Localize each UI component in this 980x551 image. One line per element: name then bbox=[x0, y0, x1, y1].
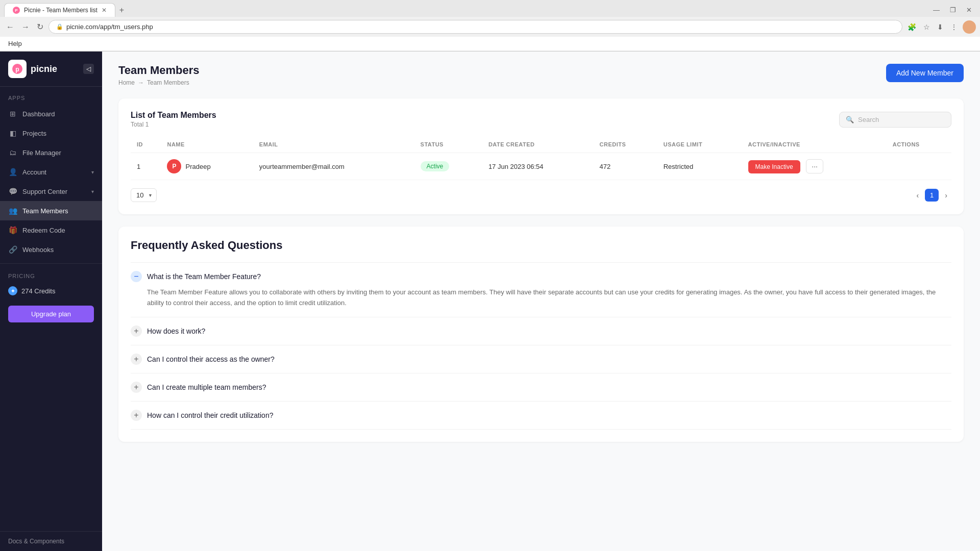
faq-list: − What is the Team Member Feature? The T… bbox=[131, 262, 951, 430]
col-credits: CREDITS bbox=[594, 136, 657, 153]
faq-question[interactable]: + Can I control their access as the owne… bbox=[131, 354, 951, 365]
search-box[interactable]: 🔍 bbox=[839, 112, 951, 128]
per-page-select[interactable]: 10 25 50 bbox=[131, 188, 157, 202]
help-link[interactable]: Help bbox=[8, 40, 22, 47]
sidebar-item-label: Projects bbox=[22, 130, 46, 137]
sidebar-item-label: Team Members bbox=[22, 207, 68, 215]
team-members-card: List of Team Members Total 1 🔍 ID NAME E… bbox=[118, 98, 964, 214]
cell-usage-limit: Restricted bbox=[657, 153, 742, 180]
browser-chrome: P Picnie - Team Members list ✕ + — ❐ ✕ ←… bbox=[0, 0, 980, 52]
browser-actions: 🧩 ☆ ⬇ ⋮ bbox=[905, 20, 976, 34]
menu-button[interactable]: ⋮ bbox=[948, 21, 960, 33]
sidebar: p picnie ◁ APPS ⊞ Dashboard ◧ Projects 🗂… bbox=[0, 52, 102, 551]
cell-email: yourteammember@mail.com bbox=[253, 153, 414, 180]
pagination: ‹ 1 › bbox=[912, 189, 951, 202]
account-icon: 👤 bbox=[8, 167, 17, 177]
new-tab-button[interactable]: + bbox=[115, 4, 128, 17]
download-button[interactable]: ⬇ bbox=[935, 21, 945, 33]
sidebar-item-projects[interactable]: ◧ Projects bbox=[0, 123, 102, 143]
faq-item: + Can I create multiple team members? bbox=[131, 373, 951, 401]
next-page-button[interactable]: › bbox=[941, 189, 951, 202]
sidebar-item-support-center[interactable]: 💬 Support Center ▾ bbox=[0, 182, 102, 201]
per-page-dropdown[interactable]: 10 25 50 bbox=[131, 188, 157, 202]
profile-avatar-btn[interactable] bbox=[963, 20, 976, 34]
faq-item: − What is the Team Member Feature? The T… bbox=[131, 262, 951, 317]
faq-question[interactable]: − What is the Team Member Feature? bbox=[131, 271, 951, 282]
sidebar-collapse-button[interactable]: ◁ bbox=[83, 64, 94, 74]
col-email: EMAIL bbox=[253, 136, 414, 153]
sidebar-item-label: File Manager bbox=[22, 149, 61, 157]
projects-icon: ◧ bbox=[8, 129, 17, 138]
pricing-section-label: PRICING bbox=[0, 268, 102, 281]
forward-button[interactable]: → bbox=[19, 20, 32, 34]
upgrade-plan-button[interactable]: Upgrade plan bbox=[8, 306, 94, 322]
faq-toggle-icon: + bbox=[131, 382, 142, 393]
col-active-inactive: ACTIVE/INACTIVE bbox=[742, 136, 887, 153]
member-name: Pradeep bbox=[185, 163, 210, 170]
close-button[interactable]: ✕ bbox=[962, 5, 976, 15]
credits-icon: ✦ bbox=[8, 286, 17, 295]
sidebar-item-account[interactable]: 👤 Account ▾ bbox=[0, 162, 102, 182]
sidebar-item-team-members[interactable]: 👥 Team Members bbox=[0, 201, 102, 220]
add-new-member-button[interactable]: Add New Member bbox=[886, 64, 964, 82]
address-bar[interactable]: 🔒 picnie.com/app/tm_users.php bbox=[48, 20, 902, 34]
members-table: ID NAME EMAIL STATUS DATE CREATED CREDIT… bbox=[131, 136, 951, 180]
faq-question[interactable]: + Can I create multiple team members? bbox=[131, 382, 951, 393]
table-row: 1 P Pradeep yourteammember@mail.com Acti… bbox=[131, 153, 951, 180]
extensions-button[interactable]: 🧩 bbox=[905, 21, 918, 33]
support-chevron-icon: ▾ bbox=[91, 189, 94, 194]
faq-question[interactable]: + How can I control their credit utiliza… bbox=[131, 410, 951, 421]
restore-button[interactable]: ❐ bbox=[946, 5, 960, 15]
breadcrumb-current: Team Members bbox=[147, 79, 189, 86]
page-title-block: Team Members Home → Team Members bbox=[118, 64, 200, 86]
page-1-button[interactable]: 1 bbox=[925, 189, 939, 202]
tab-close-btn[interactable]: ✕ bbox=[102, 7, 107, 14]
table-header: List of Team Members Total 1 🔍 bbox=[131, 111, 951, 128]
cell-active-inactive: Make Inactive ··· bbox=[742, 153, 887, 180]
tab-title: Picnie - Team Members list bbox=[24, 7, 97, 14]
team-members-icon: 👥 bbox=[8, 206, 17, 215]
make-inactive-button[interactable]: Make Inactive bbox=[748, 160, 800, 173]
sidebar-item-dashboard[interactable]: ⊞ Dashboard bbox=[0, 104, 102, 123]
table-footer: 10 25 50 ‹ 1 › bbox=[131, 188, 951, 202]
reload-button[interactable]: ↻ bbox=[35, 20, 45, 34]
faq-question-text: How does it work? bbox=[147, 327, 205, 335]
support-icon: 💬 bbox=[8, 187, 17, 196]
window-controls: — ❐ ✕ bbox=[929, 5, 976, 15]
sidebar-item-label: Webhooks bbox=[22, 246, 54, 254]
sidebar-item-label: Account bbox=[22, 168, 46, 176]
breadcrumb-separator: → bbox=[138, 79, 144, 86]
sidebar-item-redeem-code[interactable]: 🎁 Redeem Code bbox=[0, 220, 102, 240]
status-badge: Active bbox=[421, 161, 450, 171]
sidebar-item-file-manager[interactable]: 🗂 File Manager bbox=[0, 143, 102, 162]
member-avatar: P bbox=[167, 159, 181, 173]
col-name: NAME bbox=[161, 136, 253, 153]
breadcrumb-home[interactable]: Home bbox=[118, 79, 135, 86]
back-button[interactable]: ← bbox=[4, 20, 16, 34]
faq-question[interactable]: + How does it work? bbox=[131, 325, 951, 337]
account-chevron-icon: ▾ bbox=[91, 169, 94, 175]
col-usage-limit: USAGE LIMIT bbox=[657, 136, 742, 153]
sidebar-footer-docs[interactable]: Docs & Components bbox=[0, 531, 102, 551]
cell-credits: 472 bbox=[594, 153, 657, 180]
faq-toggle-icon: + bbox=[131, 354, 142, 365]
sidebar-item-label: Support Center bbox=[22, 188, 67, 195]
page-header: Team Members Home → Team Members Add New… bbox=[118, 64, 964, 86]
prev-page-button[interactable]: ‹ bbox=[912, 189, 923, 202]
table-head: ID NAME EMAIL STATUS DATE CREATED CREDIT… bbox=[131, 136, 951, 153]
faq-toggle-icon: − bbox=[131, 271, 142, 282]
sidebar-item-webhooks[interactable]: 🔗 Webhooks bbox=[0, 240, 102, 259]
app-container: p picnie ◁ APPS ⊞ Dashboard ◧ Projects 🗂… bbox=[0, 52, 980, 551]
faq-question-text: Can I control their access as the owner? bbox=[147, 355, 275, 363]
sidebar-item-label: Redeem Code bbox=[22, 227, 65, 234]
browser-controls: ← → ↻ 🔒 picnie.com/app/tm_users.php 🧩 ☆ … bbox=[0, 17, 980, 37]
faq-item: + Can I control their access as the owne… bbox=[131, 345, 951, 373]
url-text: picnie.com/app/tm_users.php bbox=[66, 23, 153, 31]
browser-tab-active[interactable]: P Picnie - Team Members list ✕ bbox=[4, 3, 115, 17]
minimize-button[interactable]: — bbox=[929, 5, 944, 15]
logo-icon: p bbox=[8, 60, 27, 78]
search-input[interactable] bbox=[858, 116, 945, 123]
credits-amount: 274 Credits bbox=[21, 287, 55, 295]
bookmark-button[interactable]: ☆ bbox=[921, 21, 932, 33]
more-actions-button[interactable]: ··· bbox=[806, 159, 823, 173]
